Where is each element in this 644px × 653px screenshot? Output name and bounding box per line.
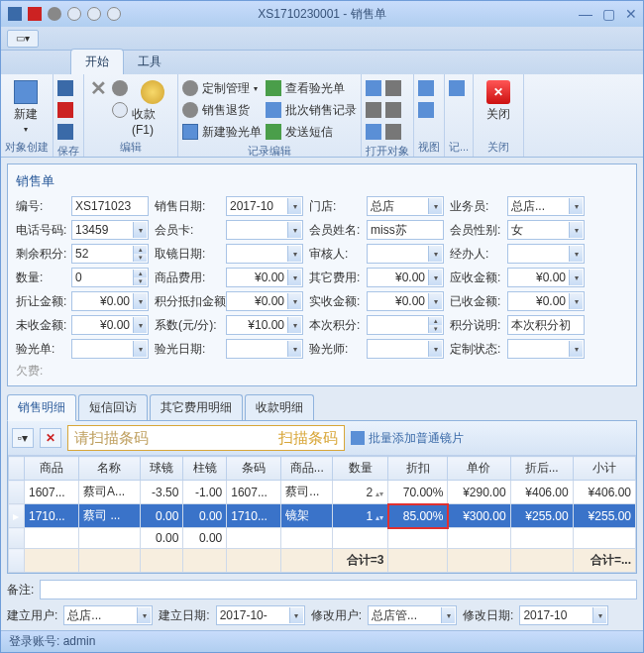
sale-return-button[interactable]: 销售退货 xyxy=(182,100,262,120)
field-handler[interactable]: ▾ xyxy=(507,244,585,264)
undo-button[interactable] xyxy=(112,78,128,98)
modifier-input[interactable]: 总店管...▾ xyxy=(368,605,457,625)
col-1[interactable]: 名称 xyxy=(79,457,141,481)
close-button[interactable]: ✕ 关闭 xyxy=(478,76,519,123)
maximize-button[interactable]: ▢ xyxy=(602,6,615,22)
nav-next-icon[interactable] xyxy=(106,6,122,22)
back-icon[interactable] xyxy=(47,6,62,22)
payment-button[interactable]: 收款(F1) xyxy=(132,76,173,137)
close-window-button[interactable]: ✕ xyxy=(625,6,637,22)
col-4[interactable]: 条码 xyxy=(227,457,281,481)
col-8[interactable]: 单价 xyxy=(448,457,510,481)
open2-button[interactable] xyxy=(366,100,381,120)
field-coeff[interactable]: ¥10.00▾ xyxy=(226,315,303,335)
col-5[interactable]: 商品... xyxy=(281,457,333,481)
bulk-add-link[interactable]: 批量添加普通镜片 xyxy=(351,430,464,447)
tab-sales-detail[interactable]: 销售明细 xyxy=(7,394,76,421)
batch-sale-button[interactable]: 批次销售记录 xyxy=(266,100,357,120)
view2-button[interactable] xyxy=(418,100,434,120)
col-3[interactable]: 柱镜 xyxy=(183,457,227,481)
window-title: XS1710230001 - 销售单 xyxy=(258,6,385,23)
field-points_left[interactable]: 52▴▾ xyxy=(71,244,149,264)
save-button[interactable] xyxy=(57,78,73,98)
refresh-button[interactable] xyxy=(112,100,128,120)
field-staff[interactable]: 总店...▾ xyxy=(507,196,585,216)
field-discount_amt[interactable]: ¥0.00▾ xyxy=(71,291,149,311)
bulk-icon xyxy=(351,431,365,445)
open5-button[interactable] xyxy=(385,100,401,120)
col-6[interactable]: 数量 xyxy=(333,457,388,481)
field-points_note[interactable]: 本次积分初 xyxy=(507,315,585,335)
refresh-icon[interactable] xyxy=(66,6,82,22)
field-points_deduct[interactable]: ¥0.00▾ xyxy=(226,291,303,311)
add-row-button[interactable]: ▫▾ xyxy=(12,428,34,448)
creator-input[interactable]: 总店...▾ xyxy=(63,605,153,625)
field-sale_date[interactable]: 2017-10▾ xyxy=(226,196,303,216)
group-record2-label: 记... xyxy=(449,138,469,157)
field-optometrist[interactable]: ▾ xyxy=(367,339,444,359)
field-reviewer[interactable]: ▾ xyxy=(367,244,444,264)
save-new-button[interactable] xyxy=(57,122,73,142)
col-9[interactable]: 折后... xyxy=(510,457,573,481)
col-2[interactable]: 球镜 xyxy=(140,457,183,481)
field-unreceived[interactable]: ¥0.00▾ xyxy=(71,315,149,335)
field-other_fee[interactable]: ¥0.00▾ xyxy=(367,268,444,287)
minimize-button[interactable]: — xyxy=(579,6,592,22)
rowheader xyxy=(9,457,25,481)
field-received[interactable]: ¥0.00▾ xyxy=(507,291,585,311)
open4-button[interactable] xyxy=(385,78,401,98)
send-sms-button[interactable]: 发送短信 xyxy=(266,122,357,142)
field-serial[interactable]: XS171023 xyxy=(71,196,149,216)
field-rx_form[interactable]: ▾ xyxy=(71,339,149,359)
barcode-input[interactable]: 请扫描条码 扫描条码 xyxy=(67,425,345,451)
field-member_name[interactable]: miss苏 xyxy=(367,220,444,240)
view1-button[interactable] xyxy=(418,78,434,98)
label-coeff: 系数(元/分): xyxy=(155,317,220,334)
cdate-input[interactable]: 2017-10-▾ xyxy=(216,605,305,625)
custom-mgmt-button[interactable]: 定制管理▾ xyxy=(182,78,262,98)
col-0[interactable]: 商品 xyxy=(25,457,79,481)
remark-input[interactable] xyxy=(40,580,637,599)
new-button[interactable]: 新建 ▾ xyxy=(5,76,47,134)
open6-button[interactable] xyxy=(385,122,401,142)
field-actual_recv[interactable]: ¥0.00▾ xyxy=(367,291,444,311)
save-x-icon[interactable] xyxy=(27,6,43,22)
col-10[interactable]: 小计 xyxy=(573,457,635,481)
field-member_sex[interactable]: 女▾ xyxy=(507,220,585,240)
open1-button[interactable] xyxy=(366,78,381,98)
save-close-button[interactable] xyxy=(57,100,73,120)
label-points_left: 剩余积分: xyxy=(16,246,65,263)
view-rx-button[interactable]: 查看验光单 xyxy=(266,78,357,98)
tab-other-fee[interactable]: 其它费用明细 xyxy=(150,394,243,420)
mdate-input[interactable]: 2017-10▾ xyxy=(519,605,608,625)
sales-grid[interactable]: 商品名称球镜柱镜条码商品...数量折扣单价折后...小计 1607...蔡司A.… xyxy=(8,456,636,573)
delete-button[interactable]: ✕ xyxy=(88,78,108,98)
table-row[interactable]: 1607...蔡司A...-3.50-1.001607...蔡司...2 ▴▾7… xyxy=(9,481,636,504)
field-phone[interactable]: 13459▾ xyxy=(71,220,149,240)
tab-sms[interactable]: 短信回访 xyxy=(78,394,148,420)
new-rx-button[interactable]: 新建验光单 xyxy=(182,122,262,142)
field-this_points[interactable]: ▴▾ xyxy=(367,315,444,335)
group-edit-label: 编辑 xyxy=(88,138,173,157)
field-store[interactable]: 总店▾ xyxy=(367,196,444,216)
save-icon[interactable] xyxy=(7,6,23,22)
col-7[interactable]: 折扣 xyxy=(388,457,448,481)
del-row-button[interactable]: ✕ xyxy=(40,428,61,448)
field-custom_state[interactable]: ▾ xyxy=(507,339,585,359)
field-pickup_date[interactable]: ▾ xyxy=(226,244,303,264)
tab-payment[interactable]: 收款明细 xyxy=(245,394,314,420)
field-goods_fee[interactable]: ¥0.00▾ xyxy=(226,268,303,287)
nav-prev-icon[interactable] xyxy=(86,6,102,22)
tab-start[interactable]: 开始 xyxy=(70,49,124,74)
qat-menu[interactable]: ▭▾ xyxy=(7,30,39,48)
rec-button[interactable] xyxy=(449,78,465,98)
tab-tools[interactable]: 工具 xyxy=(124,50,175,74)
field-qty[interactable]: 0▴▾ xyxy=(71,268,149,287)
table-row[interactable]: ▸1710...蔡司 ...0.000.001710...镜架1 ▴▾85.00… xyxy=(9,504,636,528)
modifier-label: 修改用户: xyxy=(311,607,362,624)
field-rx_date[interactable]: ▾ xyxy=(226,339,303,359)
payment-label: 收款(F1) xyxy=(132,106,173,137)
field-receivable[interactable]: ¥0.00▾ xyxy=(507,268,585,287)
field-member_card[interactable]: ▾ xyxy=(226,220,303,240)
open3-button[interactable] xyxy=(366,122,381,142)
